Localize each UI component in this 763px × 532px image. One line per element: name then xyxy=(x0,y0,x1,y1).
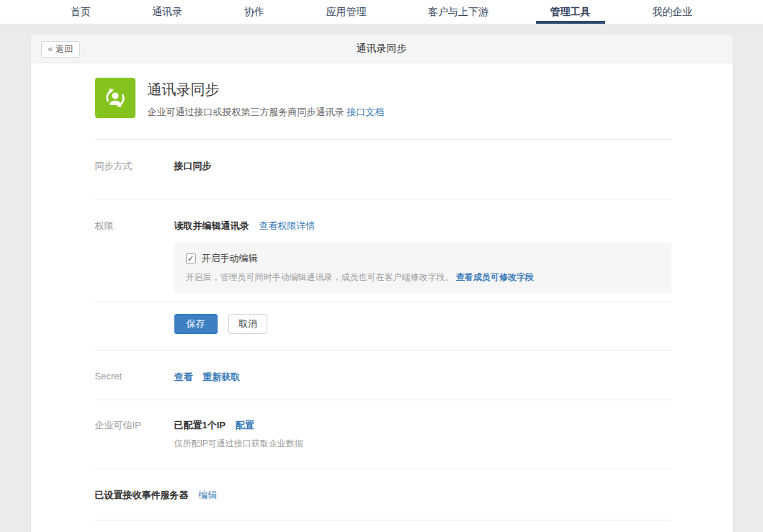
app-header-text: 通讯录同步 企业可通过接口或授权第三方服务商同步通讯录 接口文档 xyxy=(148,78,385,119)
trusted-ip-row: 企业可信IP 已配置1个IP 配置 仅所配IP可通过接口获取企业数据 xyxy=(95,400,671,469)
card-header: « 返回 通讯录同步 xyxy=(31,35,733,63)
permission-value: 读取并编辑通讯录 xyxy=(174,220,249,231)
manual-edit-checkbox-row[interactable]: ✓ 开启手动编辑 xyxy=(186,252,660,265)
app-title: 通讯录同步 xyxy=(148,80,385,99)
nav-item-home[interactable]: 首页 xyxy=(65,0,97,24)
event-server-value: 已设置接收事件服务器 xyxy=(95,490,189,500)
permission-detail-link[interactable]: 查看权限详情 xyxy=(259,220,315,231)
permission-label: 权限 xyxy=(95,220,174,293)
manual-edit-panel: ✓ 开启手动编辑 开启后，管理员可同时手动编辑通讯录，成员也可在客户端修改字段。… xyxy=(174,243,671,293)
back-button-label: 返回 xyxy=(55,43,73,55)
manual-edit-checkbox[interactable]: ✓ xyxy=(186,253,196,263)
trusted-ip-config-link[interactable]: 配置 xyxy=(236,420,254,430)
trusted-ip-description: 仅所配IP可通过接口获取企业数据 xyxy=(174,438,671,450)
close-sync-row: 关闭接口同步 xyxy=(95,520,671,532)
back-button[interactable]: « 返回 xyxy=(41,41,81,58)
trusted-ip-label: 企业可信IP xyxy=(95,419,174,450)
buttons-row-spacer xyxy=(95,314,174,334)
nav-item-customers[interactable]: 客户与上下游 xyxy=(422,0,494,24)
manual-edit-description: 开启后，管理员可同时手动编辑通讯录，成员也可在客户端修改字段。 查看成员可修改字… xyxy=(186,271,660,284)
nav-item-contacts[interactable]: 通讯录 xyxy=(146,0,188,24)
nav-item-my-company[interactable]: 我的企业 xyxy=(646,0,698,24)
app-header: 通讯录同步 企业可通过接口或授权第三方服务商同步通讯录 接口文档 xyxy=(95,78,671,140)
trusted-ip-value: 已配置1个IP xyxy=(174,420,226,430)
contact-sync-card: « 返回 通讯录同步 通讯录同步 xyxy=(31,35,733,532)
permission-row: 权限 读取并编辑通讯录 查看权限详情 ✓ 开启手动编辑 开启后，管理员可同时手动… xyxy=(95,199,671,302)
secret-label: Secret xyxy=(95,371,174,384)
secret-view-link[interactable]: 查看 xyxy=(174,371,193,382)
card-body: 通讯录同步 企业可通过接口或授权第三方服务商同步通讯录 接口文档 同步方式 接口… xyxy=(31,63,733,532)
secret-refresh-link[interactable]: 重新获取 xyxy=(202,371,240,382)
api-doc-link[interactable]: 接口文档 xyxy=(347,107,384,117)
secret-row: Secret 查看 重新获取 xyxy=(95,351,671,400)
sync-mode-row: 同步方式 接口同步 xyxy=(95,140,671,199)
sync-mode-value: 接口同步 xyxy=(174,161,212,171)
event-server-row: 已设置接收事件服务器 编辑 xyxy=(95,469,671,520)
event-server-edit-link[interactable]: 编辑 xyxy=(198,490,217,500)
cancel-button[interactable]: 取消 xyxy=(228,314,267,334)
top-nav: 首页 通讯录 协作 应用管理 客户与上下游 管理工具 我的企业 xyxy=(0,0,763,24)
sync-mode-label: 同步方式 xyxy=(95,160,174,173)
nav-item-collaboration[interactable]: 协作 xyxy=(238,0,270,24)
nav-item-apps[interactable]: 应用管理 xyxy=(320,0,372,24)
app-subtitle-text: 企业可通过接口或授权第三方服务商同步通讯录 xyxy=(148,107,344,117)
manual-edit-checkbox-label: 开启手动编辑 xyxy=(202,252,258,265)
page-title: 通讯录同步 xyxy=(31,42,733,55)
manual-edit-description-text: 开启后，管理员可同时手动编辑通讯录，成员也可在客户端修改字段。 xyxy=(186,272,454,282)
back-chevrons-icon: « xyxy=(48,44,53,54)
buttons-row: 保存 取消 xyxy=(95,302,671,351)
save-button[interactable]: 保存 xyxy=(174,314,218,334)
nav-item-admin-tools[interactable]: 管理工具 xyxy=(545,0,597,24)
app-subtitle: 企业可通过接口或授权第三方服务商同步通讯录 接口文档 xyxy=(148,106,385,119)
editable-fields-link[interactable]: 查看成员可修改字段 xyxy=(456,272,534,282)
contact-sync-icon xyxy=(95,78,135,118)
